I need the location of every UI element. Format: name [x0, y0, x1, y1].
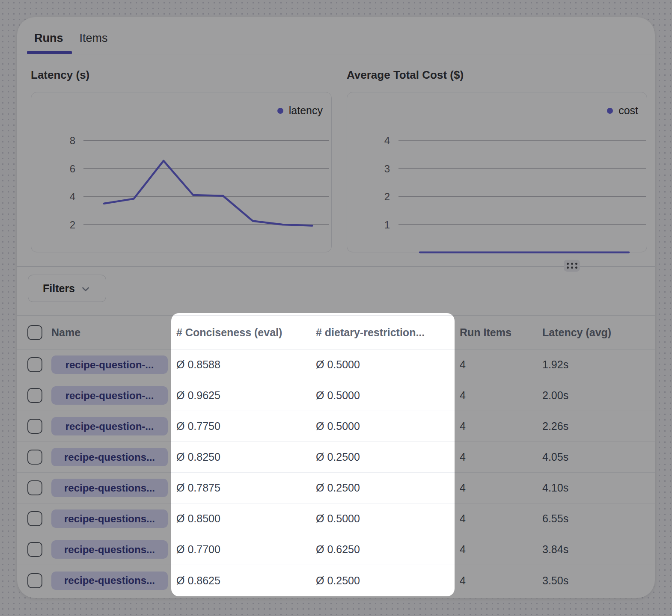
run-name-badge[interactable]: recipe-questions... [51, 572, 168, 590]
dietary-cell: Ø 0.6250 [316, 543, 455, 556]
tab-bar-divider [17, 54, 655, 54]
panel-divider [17, 266, 655, 267]
latency-chart: 8642 latency [31, 92, 332, 252]
select-all-checkbox[interactable] [27, 325, 42, 340]
run-name-badge[interactable]: recipe-questions... [51, 448, 168, 466]
run-name-badge[interactable]: recipe-question-... [51, 386, 168, 405]
cost-chart-title: Average Total Cost ($) [347, 68, 464, 82]
column-header-latency: Latency (avg) [542, 326, 655, 339]
row-checkbox[interactable] [27, 573, 42, 588]
column-header-conciseness: # Conciseness (eval) [171, 326, 316, 339]
dietary-cell: Ø 0.2500 [316, 451, 455, 463]
svg-text:1: 1 [384, 219, 390, 231]
row-checkbox[interactable] [27, 388, 42, 403]
chevron-down-icon [80, 284, 91, 295]
run-name-badge[interactable]: recipe-questions... [51, 509, 168, 528]
tab-bar: Runs Items [34, 30, 108, 54]
column-header-dietary: # dietary-restriction... [316, 326, 455, 339]
tab-items[interactable]: Items [80, 30, 108, 54]
latency-cell: 4.10s [542, 482, 655, 494]
table-row: recipe-question-...Ø 0.8588Ø 0.500041.92… [17, 349, 655, 380]
table-row: recipe-questions...Ø 0.8625Ø 0.250043.50… [17, 565, 655, 596]
latency-legend-label: latency [289, 104, 323, 117]
cost-legend-label: cost [618, 104, 638, 117]
latency-cell: 3.84s [542, 543, 655, 556]
svg-text:4: 4 [70, 191, 75, 202]
column-header-name: Name [51, 326, 171, 339]
run-items-cell: 4 [455, 389, 542, 402]
latency-cell: 4.05s [542, 451, 655, 463]
svg-text:4: 4 [384, 135, 390, 146]
row-checkbox[interactable] [27, 511, 42, 526]
run-items-cell: 4 [455, 358, 542, 371]
row-checkbox[interactable] [27, 357, 42, 372]
latency-legend-dot-icon [277, 108, 283, 114]
latency-cell: 6.55s [542, 512, 655, 525]
run-name-badge[interactable]: recipe-question-... [51, 417, 168, 435]
dietary-cell: Ø 0.5000 [316, 358, 455, 371]
table-row: recipe-questions...Ø 0.8500Ø 0.500046.55… [17, 503, 655, 534]
table-body: recipe-question-...Ø 0.8588Ø 0.500041.92… [17, 349, 655, 596]
conciseness-cell: Ø 0.8500 [171, 512, 316, 525]
table-header-row: Name # Conciseness (eval) # dietary-rest… [17, 316, 655, 349]
svg-text:3: 3 [384, 163, 390, 175]
table-row: recipe-question-...Ø 0.7750Ø 0.500042.26… [17, 411, 655, 442]
tab-runs[interactable]: Runs [34, 30, 63, 54]
run-name-badge[interactable]: recipe-question-... [51, 355, 168, 374]
app-card: Runs Items Latency (s) Average Total Cos… [17, 17, 655, 598]
row-checkbox[interactable] [27, 480, 42, 495]
dietary-cell: Ø 0.2500 [316, 482, 455, 494]
conciseness-cell: Ø 0.7700 [171, 543, 316, 556]
run-items-cell: 4 [455, 451, 542, 463]
resize-handle[interactable] [564, 260, 580, 272]
cost-legend-dot-icon [607, 108, 613, 114]
conciseness-cell: Ø 0.8625 [171, 575, 316, 587]
dietary-cell: Ø 0.5000 [316, 512, 455, 525]
filters-button[interactable]: Filters [28, 275, 106, 302]
conciseness-cell: Ø 0.8588 [171, 358, 316, 371]
column-header-run-items: Run Items [455, 326, 542, 339]
table-row: recipe-questions...Ø 0.8250Ø 0.250044.05… [17, 442, 655, 473]
dietary-cell: Ø 0.2500 [316, 575, 455, 587]
table-row: recipe-questions...Ø 0.7875Ø 0.250044.10… [17, 473, 655, 503]
latency-legend: latency [277, 104, 323, 117]
cost-legend: cost [607, 104, 638, 117]
row-checkbox[interactable] [27, 542, 42, 557]
runs-table: Name # Conciseness (eval) # dietary-rest… [17, 315, 655, 596]
screenshot-root: Runs Items Latency (s) Average Total Cos… [0, 0, 672, 616]
conciseness-cell: Ø 0.9625 [171, 389, 316, 402]
latency-cell: 3.50s [542, 575, 655, 587]
svg-text:2: 2 [384, 191, 390, 202]
run-items-cell: 4 [455, 482, 542, 494]
cost-chart: 4321 cost [347, 92, 647, 252]
run-name-badge[interactable]: recipe-questions... [51, 540, 168, 559]
tab-runs-label: Runs [34, 32, 63, 44]
row-checkbox[interactable] [27, 419, 42, 434]
table-row: recipe-question-...Ø 0.9625Ø 0.500042.00… [17, 380, 655, 411]
table-row: recipe-questions...Ø 0.7700Ø 0.625043.84… [17, 534, 655, 565]
row-checkbox[interactable] [27, 450, 42, 465]
conciseness-cell: Ø 0.7750 [171, 420, 316, 432]
run-items-cell: 4 [455, 575, 542, 587]
latency-chart-title: Latency (s) [31, 68, 89, 82]
svg-text:2: 2 [70, 219, 75, 231]
run-name-badge[interactable]: recipe-questions... [51, 479, 168, 497]
grip-dots-icon [567, 263, 569, 265]
conciseness-cell: Ø 0.7875 [171, 482, 316, 494]
latency-cell: 2.00s [542, 389, 655, 402]
filters-button-label: Filters [43, 282, 75, 295]
run-items-cell: 4 [455, 512, 542, 525]
latency-cell: 2.26s [542, 420, 655, 432]
dietary-cell: Ø 0.5000 [316, 420, 455, 432]
run-items-cell: 4 [455, 543, 542, 556]
tab-items-label: Items [80, 32, 108, 44]
dietary-cell: Ø 0.5000 [316, 389, 455, 402]
run-items-cell: 4 [455, 420, 542, 432]
svg-text:8: 8 [70, 135, 75, 146]
svg-text:6: 6 [70, 163, 75, 175]
cost-line-chart: 4321 [347, 92, 648, 253]
conciseness-cell: Ø 0.8250 [171, 451, 316, 463]
latency-cell: 1.92s [542, 358, 655, 371]
